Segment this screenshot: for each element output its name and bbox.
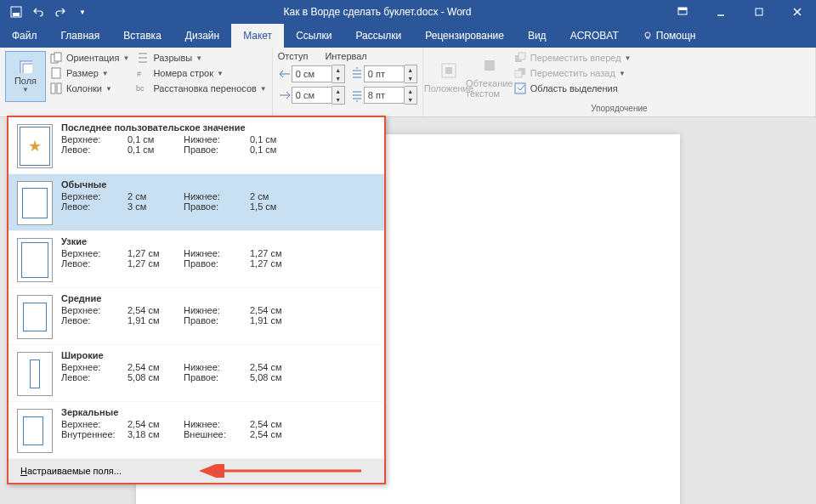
indent-right-icon (278, 88, 292, 102)
margin-preset-name: Средние (61, 293, 376, 303)
selectionpane-button[interactable]: Область выделения (513, 82, 632, 95)
margin-preset-item[interactable]: Последнее пользовательское значение Верх… (8, 117, 384, 174)
margin-preset-item[interactable]: Обычные Верхнее:2 см Нижнее:2 см Левое:3… (8, 174, 384, 231)
selectionpane-icon (513, 82, 527, 95)
tab-mailings[interactable]: Рассылки (343, 24, 413, 48)
hyphenation-icon: bc (136, 82, 150, 95)
sendback-button: Переместить назад▼ (513, 66, 632, 80)
custom-margins-item[interactable]: Настраиваемые поля... (8, 459, 384, 483)
space-after-spinner[interactable]: 8 пт▲▼ (350, 86, 417, 105)
tellme-label: Помощн (656, 30, 696, 42)
margin-thumb-icon (17, 181, 53, 225)
margin-info: Обычные Верхнее:2 см Нижнее:2 см Левое:3… (61, 179, 376, 225)
titlebar: ▼ Как в Ворде сделать буклет.docx - Word (0, 0, 816, 24)
bringfwd-icon (513, 51, 527, 65)
tab-file[interactable]: Файл (0, 24, 49, 48)
breaks-icon (136, 51, 150, 65)
tab-review[interactable]: Рецензирование (413, 24, 516, 48)
arrange-group-label: Упорядочение (428, 104, 810, 113)
margin-info: Зеркальные Верхнее:2,54 см Нижнее:2,54 с… (61, 407, 376, 453)
sendback-label: Переместить назад (530, 68, 615, 78)
svg-rect-13 (54, 53, 61, 61)
orientation-label: Ориентация (66, 53, 119, 63)
size-icon (49, 66, 63, 80)
wrap-icon (479, 55, 500, 76)
space-after-value[interactable]: 8 пт (364, 87, 405, 104)
breaks-button[interactable]: Разрывы▼ (136, 51, 266, 65)
document-title: Как в Ворде сделать буклет.docx - Word (92, 6, 663, 18)
qat-more-icon[interactable]: ▼ (73, 3, 92, 21)
svg-text:bc: bc (136, 84, 144, 93)
indent-left-spinner[interactable]: 0 см▲▼ (278, 65, 345, 83)
margin-thumb-icon (17, 238, 53, 282)
redo-icon[interactable] (51, 3, 70, 21)
indent-right-spinner[interactable]: 0 см▲▼ (278, 86, 345, 105)
maximize-icon[interactable] (740, 0, 778, 24)
spacing-heading: Интервал (325, 51, 366, 61)
space-before-spinner[interactable]: 0 пт▲▼ (350, 65, 417, 83)
wrap-button: Обтекание текстом (469, 51, 510, 102)
svg-rect-26 (515, 83, 525, 93)
columns-button[interactable]: Колонки▼ (49, 82, 129, 95)
svg-rect-23 (518, 53, 525, 59)
svg-rect-5 (756, 8, 762, 15)
svg-rect-25 (515, 71, 522, 77)
margin-preset-item[interactable]: Широкие Верхнее:2,54 см Нижнее:2,54 см Л… (8, 345, 384, 402)
margin-preset-name: Последнее пользовательское значение (61, 122, 376, 133)
tab-home[interactable]: Главная (49, 24, 112, 48)
undo-icon[interactable] (29, 3, 48, 21)
margin-preset-item[interactable]: Зеркальные Верхнее:2,54 см Нижнее:2,54 с… (8, 402, 384, 459)
size-button[interactable]: Размер▼ (49, 66, 129, 80)
margins-label: Поля (14, 76, 37, 86)
tab-insert[interactable]: Вставка (111, 24, 173, 48)
margin-thumb-icon (17, 409, 53, 453)
margin-preset-item[interactable]: Средние Верхнее:2,54 см Нижнее:2,54 см Л… (8, 288, 384, 345)
tab-tellme[interactable]: Помощн (631, 24, 708, 48)
tab-acrobat[interactable]: ACROBAT (558, 24, 631, 48)
margin-preset-item[interactable]: Узкие Верхнее:1,27 см Нижнее:1,27 см Лев… (8, 231, 384, 288)
margin-info: Последнее пользовательское значение Верх… (61, 122, 376, 168)
tab-view[interactable]: Вид (516, 24, 558, 48)
indent-heading: Отступ (278, 51, 309, 61)
orientation-icon (49, 51, 63, 65)
tab-layout[interactable]: Макет (231, 24, 284, 48)
tab-design[interactable]: Дизайн (173, 24, 231, 48)
margin-preset-name: Обычные (61, 179, 376, 190)
indent-right-value[interactable]: 0 см (292, 87, 332, 104)
position-icon (439, 60, 459, 81)
svg-rect-14 (52, 68, 60, 78)
columns-icon (49, 82, 63, 95)
orientation-button[interactable]: Ориентация▼ (49, 51, 129, 65)
size-label: Размер (66, 68, 99, 78)
svg-rect-3 (678, 8, 687, 10)
arrow-annotation (196, 464, 366, 478)
margin-thumb-icon (17, 352, 53, 396)
svg-rect-1 (13, 13, 20, 16)
tab-references[interactable]: Ссылки (284, 24, 343, 48)
margin-preset-name: Широкие (61, 350, 376, 360)
linenumbers-label: Номера строк (153, 68, 213, 78)
space-before-icon (350, 67, 364, 81)
svg-text:#: # (137, 70, 141, 78)
margins-icon (19, 59, 32, 73)
svg-rect-10 (20, 61, 32, 73)
close-icon[interactable] (778, 0, 816, 24)
wrap-label: Обтекание текстом (466, 78, 513, 99)
indent-left-icon (278, 67, 292, 81)
space-before-value[interactable]: 0 пт (364, 65, 405, 82)
ribbon-options-icon[interactable] (663, 0, 701, 24)
breaks-label: Разрывы (153, 53, 192, 63)
margins-dropdown: Последнее пользовательское значение Верх… (7, 116, 386, 484)
chevron-down-icon: ▼ (22, 86, 29, 93)
margin-info: Широкие Верхнее:2,54 см Нижнее:2,54 см Л… (61, 350, 376, 396)
save-icon[interactable] (7, 3, 26, 21)
svg-rect-15 (51, 83, 55, 93)
space-after-icon (350, 88, 364, 102)
hyphenation-button[interactable]: bcРасстановка переносов▼ (136, 82, 266, 95)
margins-button[interactable]: Поля ▼ (5, 51, 46, 102)
indent-left-value[interactable]: 0 см (292, 65, 332, 82)
bringfwd-label: Переместить вперед (530, 53, 621, 63)
minimize-icon[interactable] (701, 0, 740, 24)
linenumbers-button[interactable]: #Номера строк▼ (136, 66, 266, 80)
sendback-icon (513, 66, 527, 80)
